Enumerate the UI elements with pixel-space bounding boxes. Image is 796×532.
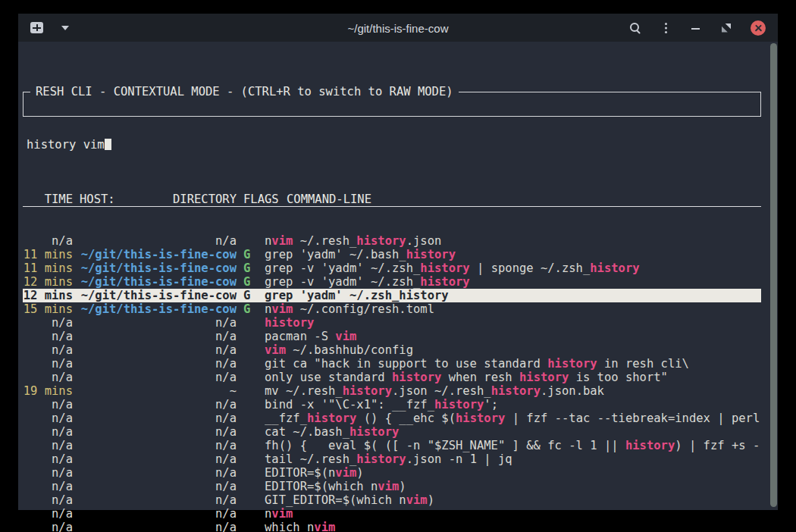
- command-cell: __fzf_history () { __ehc $(history | fzf…: [265, 412, 761, 425]
- resh-mode-title: RESH CLI - CONTEXTUAL MODE - (CTRL+R to …: [30, 85, 459, 99]
- history-row[interactable]: 12 mins~/git/this-is-fine-cowGgrep -v 'y…: [23, 275, 761, 289]
- time-cell: n/a: [23, 493, 73, 507]
- history-row[interactable]: 11 mins~/git/this-is-fine-cowGgrep -v 'y…: [23, 261, 761, 275]
- command-cell: grep 'yadm' ~/.zsh_history: [265, 289, 761, 302]
- time-cell: n/a: [23, 343, 73, 357]
- search-icon[interactable]: [629, 22, 641, 34]
- history-row[interactable]: n/an/acat ~/.bash_history: [23, 425, 761, 439]
- history-row[interactable]: 11 mins~/git/this-is-fine-cowGgrep 'yadm…: [23, 248, 761, 261]
- time-cell: 12 mins: [23, 289, 73, 302]
- search-input[interactable]: history vim: [24, 133, 760, 152]
- time-cell: n/a: [23, 412, 73, 425]
- history-row[interactable]: n/an/aEDITOR=$(nvim): [23, 466, 761, 480]
- command-cell: EDITOR=$(nvim): [265, 466, 761, 480]
- directory-cell: ~/git/this-is-fine-cow: [80, 289, 237, 302]
- history-row[interactable]: n/an/aGIT_EDITOR=$(which nvim): [23, 493, 761, 507]
- window-title: ~/git/this-is-fine-cow: [348, 21, 449, 34]
- flags-cell: [243, 466, 250, 480]
- time-cell: n/a: [23, 357, 73, 371]
- history-row[interactable]: n/an/anvim ~/.resh_history.json: [23, 234, 761, 248]
- command-cell: grep 'yadm' ~/.bash_history: [265, 248, 761, 261]
- directory-cell: n/a: [80, 466, 237, 480]
- titlebar: ~/git/this-is-fine-cow: [18, 14, 778, 42]
- text-cursor: [105, 139, 111, 150]
- time-cell: 19 mins: [23, 384, 73, 398]
- flags-cell: [243, 316, 250, 330]
- terminal-window: ~/git/this-is-fine-cow RESH CLI - CONTEX…: [18, 14, 778, 510]
- flags-cell: [243, 521, 250, 532]
- command-cell: which nvim: [265, 521, 761, 532]
- directory-cell: n/a: [80, 316, 237, 330]
- time-cell: n/a: [23, 316, 73, 330]
- flags-cell: [243, 452, 250, 466]
- time-cell: n/a: [23, 480, 73, 493]
- command-cell: EDITOR=$(which nvim): [265, 480, 761, 493]
- flags-cell: [243, 493, 250, 507]
- minimize-icon[interactable]: [690, 22, 702, 34]
- history-row[interactable]: n/an/avim ~/.bashhub/config: [23, 343, 761, 357]
- header-command: COMMAND-LINE: [287, 192, 761, 206]
- history-row[interactable]: n/an/a__fzf_history () { __ehc $(history…: [23, 412, 761, 425]
- history-row[interactable]: n/an/atail ~/.resh_history.json -n 1 | j…: [23, 452, 761, 466]
- command-cell: GIT_EDITOR=$(which nvim): [265, 493, 761, 507]
- flags-cell: G: [243, 302, 250, 316]
- history-row[interactable]: n/an/afh() { eval $( ([ -n "$ZSH_NAME" ]…: [23, 439, 761, 452]
- header-host-directory: HOST:DIRECTORY: [80, 192, 237, 206]
- history-row[interactable]: n/an/awhich nvim: [23, 521, 761, 532]
- chevron-down-icon[interactable]: [61, 26, 69, 30]
- directory-cell: ~: [80, 384, 237, 398]
- time-cell: 15 mins: [23, 302, 73, 316]
- history-row[interactable]: n/an/aonly use standard history when res…: [23, 371, 761, 384]
- flags-cell: [243, 384, 250, 398]
- history-row[interactable]: n/an/aEDITOR=$(which nvim): [23, 480, 761, 493]
- directory-cell: n/a: [80, 507, 237, 521]
- flags-cell: [243, 439, 250, 452]
- search-box: RESH CLI - CONTEXTUAL MODE - (CTRL+R to …: [23, 92, 761, 117]
- restore-icon[interactable]: [720, 22, 732, 34]
- directory-cell: n/a: [80, 412, 237, 425]
- close-icon[interactable]: [751, 20, 766, 36]
- history-row[interactable]: n/an/apacman -S vim: [23, 330, 761, 343]
- time-cell: n/a: [23, 398, 73, 412]
- history-row[interactable]: 15 mins~/git/this-is-fine-cowGnvim ~/.co…: [23, 302, 761, 316]
- directory-cell: n/a: [80, 425, 237, 439]
- history-row[interactable]: n/an/abind -x '"\C-x1": __fzf_history';: [23, 398, 761, 412]
- flags-cell: [243, 330, 250, 343]
- flags-cell: [243, 425, 250, 439]
- flags-cell: [243, 234, 250, 248]
- history-row[interactable]: n/an/agit ca "hack in support to use sta…: [23, 357, 761, 371]
- command-cell: grep -v 'yadm' ~/.zsh_history: [265, 275, 761, 289]
- time-cell: 11 mins: [23, 248, 73, 261]
- time-cell: n/a: [23, 507, 73, 521]
- scrollbar[interactable]: [770, 43, 777, 507]
- time-cell: n/a: [23, 439, 73, 452]
- new-tab-icon[interactable]: [30, 22, 43, 33]
- directory-cell: n/a: [80, 343, 237, 357]
- history-row[interactable]: n/an/anvim: [23, 507, 761, 521]
- terminal-content: RESH CLI - CONTEXTUAL MODE - (CTRL+R to …: [18, 42, 778, 510]
- flags-cell: [243, 343, 250, 357]
- directory-cell: n/a: [80, 521, 237, 532]
- history-row[interactable]: n/an/ahistory: [23, 316, 761, 330]
- directory-cell: ~/git/this-is-fine-cow: [80, 275, 237, 289]
- command-cell: grep -v 'yadm' ~/.zsh_history | sponge ~…: [265, 261, 761, 275]
- flags-cell: [243, 371, 250, 384]
- history-row[interactable]: 19 mins~mv ~/.resh_history.json ~/.resh_…: [23, 384, 761, 398]
- flags-cell: [243, 412, 250, 425]
- command-cell: nvim ~/.config/resh.toml: [265, 302, 761, 316]
- history-row-selected[interactable]: 12 mins~/git/this-is-fine-cowGgrep 'yadm…: [23, 289, 761, 302]
- command-cell: tail ~/.resh_history.json -n 1 | jq: [265, 452, 761, 466]
- table-header: TIME HOST:DIRECTORY FLAGS COMMAND-LINE: [23, 192, 761, 207]
- command-cell: bind -x '"\C-x1": __fzf_history';: [265, 398, 761, 412]
- header-flags: FLAGS: [243, 192, 279, 206]
- command-cell: only use standard history when resh hist…: [265, 371, 761, 384]
- directory-cell: n/a: [80, 493, 237, 507]
- directory-cell: ~/git/this-is-fine-cow: [80, 302, 237, 316]
- flags-cell: [243, 480, 250, 493]
- kebab-menu-icon[interactable]: [660, 22, 672, 34]
- time-cell: n/a: [23, 521, 73, 532]
- directory-cell: ~/git/this-is-fine-cow: [80, 261, 237, 275]
- time-cell: n/a: [23, 425, 73, 439]
- command-cell: mv ~/.resh_history.json ~/.resh_history.…: [265, 384, 761, 398]
- directory-cell: n/a: [80, 330, 237, 343]
